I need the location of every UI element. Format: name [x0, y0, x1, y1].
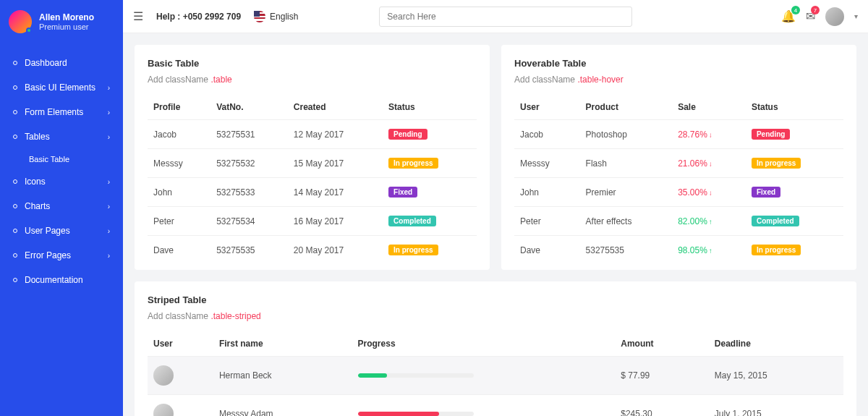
progress-bar: [358, 412, 474, 416]
search-box: [379, 7, 632, 27]
nav-label: Basic UI Elements: [25, 82, 95, 93]
col-header: Status: [746, 95, 843, 120]
col-header: VatNo.: [210, 95, 288, 120]
circle-icon: [13, 229, 17, 233]
sale-value: 28.76%↓: [678, 130, 712, 140]
flag-icon: [254, 11, 265, 22]
card-title: Striped Table: [148, 294, 843, 305]
nav-item-form-elements[interactable]: Form Elements›: [0, 100, 123, 124]
col-header: Progress: [352, 331, 616, 357]
profile-block[interactable]: Allen Moreno Premium user: [0, 0, 123, 43]
sale-value: 82.00%↑: [678, 216, 712, 226]
chevron-right-icon: ›: [108, 109, 110, 116]
circle-icon: [13, 253, 17, 258]
nav-label: Dashboard: [25, 58, 67, 68]
card-subtitle: Add className .table-hover: [514, 75, 843, 85]
user-avatar: [153, 365, 174, 386]
sale-value: 98.05%↑: [678, 245, 712, 255]
col-header: Status: [383, 95, 477, 120]
status-badge: In progress: [752, 158, 801, 169]
nav-sub-basic-table[interactable]: Basic Table: [0, 149, 123, 169]
language-select[interactable]: English: [254, 11, 298, 22]
nav-label: User Pages: [25, 226, 70, 236]
chevron-down-icon[interactable]: ▾: [854, 12, 858, 20]
arrow-down-icon: ↓: [709, 189, 712, 197]
circle-icon: [13, 61, 17, 65]
search-input[interactable]: [379, 7, 632, 27]
mail-icon[interactable]: ✉7: [806, 9, 815, 23]
table-row[interactable]: Dave5327553598.05%↑In progress: [514, 236, 843, 265]
top-avatar[interactable]: [825, 7, 844, 26]
circle-icon: [13, 110, 17, 114]
table-row: Jacob5327553112 May 2017Pending: [148, 120, 477, 149]
circle-icon: [13, 85, 17, 90]
sidebar: Allen Moreno Premium user DashboardBasic…: [0, 0, 123, 416]
table-row: Messsy5327553215 May 2017In progress: [148, 149, 477, 178]
striped-table-card: Striped Table Add className .table-strip…: [135, 281, 856, 416]
table-row: Peter5327553416 May 2017Completed: [148, 207, 477, 236]
card-title: Hoverable Table: [514, 58, 843, 69]
arrow-down-icon: ↓: [709, 131, 712, 139]
status-badge: Completed: [388, 216, 436, 226]
status-badge: In progress: [388, 158, 438, 169]
circle-icon: [13, 278, 17, 282]
nav-item-error-pages[interactable]: Error Pages›: [0, 243, 123, 268]
chevron-right-icon: ›: [108, 227, 110, 235]
nav-label: Charts: [25, 201, 50, 211]
chevron-right-icon: ›: [108, 84, 110, 92]
progress-bar: [358, 373, 474, 378]
status-badge: Pending: [752, 129, 790, 140]
nav-item-charts[interactable]: Charts›: [0, 194, 123, 218]
nav-label: Tables: [25, 132, 50, 142]
circle-icon: [13, 135, 17, 139]
nav-item-basic-ui-elements[interactable]: Basic UI Elements›: [0, 75, 123, 100]
nav: DashboardBasic UI Elements›Form Elements…: [0, 43, 123, 300]
circle-icon: [13, 179, 17, 184]
help-text: Help : +050 2992 709: [156, 12, 241, 22]
bell-badge: 4: [791, 6, 800, 14]
menu-icon[interactable]: ☰: [133, 9, 143, 23]
basic-table-card: Basic Table Add className .table Profile…: [135, 45, 490, 270]
nav-item-icons[interactable]: Icons›: [0, 169, 123, 194]
status-dot-icon: [26, 27, 32, 33]
table-row: John5327553314 May 2017Fixed: [148, 178, 477, 207]
card-subtitle: Add className .table-striped: [148, 311, 843, 321]
status-badge: Pending: [388, 129, 427, 140]
table-row: Herman Beck$ 77.99May 15, 2015: [148, 357, 843, 395]
topbar: ☰ Help : +050 2992 709 English 🔔4 ✉7 ▾: [123, 0, 868, 33]
circle-icon: [13, 204, 17, 208]
nav-label: Form Elements: [25, 107, 83, 117]
status-badge: Fixed: [752, 187, 780, 198]
table-row[interactable]: MesssyFlash21.06%↓In progress: [514, 149, 843, 178]
nav-item-tables[interactable]: Tables›: [0, 124, 123, 149]
nav-item-dashboard[interactable]: Dashboard: [0, 51, 123, 75]
nav-label: Documentation: [25, 275, 83, 285]
status-badge: Fixed: [388, 187, 417, 198]
striped-table: UserFirst nameProgressAmountDeadline Her…: [148, 331, 843, 416]
nav-item-user-pages[interactable]: User Pages›: [0, 218, 123, 243]
avatar: [9, 10, 32, 33]
status-badge: In progress: [752, 245, 801, 255]
hover-table: UserProductSaleStatus JacobPhotoshop28.7…: [514, 95, 843, 264]
arrow-up-icon: ↑: [709, 247, 712, 255]
table-row[interactable]: JohnPremier35.00%↓Fixed: [514, 178, 843, 207]
status-badge: Completed: [752, 216, 799, 226]
chevron-right-icon: ›: [108, 133, 110, 141]
sale-value: 35.00%↓: [678, 187, 712, 198]
nav-label: Error Pages: [25, 250, 71, 260]
table-row[interactable]: PeterAfter effects82.00%↑Completed: [514, 207, 843, 236]
col-header: Deadline: [709, 331, 843, 357]
table-row[interactable]: JacobPhotoshop28.76%↓Pending: [514, 120, 843, 149]
profile-name: Allen Moreno: [39, 12, 94, 22]
col-header: Product: [580, 95, 673, 120]
col-header: Profile: [148, 95, 210, 120]
arrow-up-icon: ↑: [709, 218, 712, 226]
col-header: Created: [288, 95, 383, 120]
hover-table-card: Hoverable Table Add className .table-hov…: [501, 45, 856, 270]
bell-icon[interactable]: 🔔4: [781, 9, 796, 23]
chevron-right-icon: ›: [108, 203, 110, 211]
card-title: Basic Table: [148, 58, 477, 69]
col-header: User: [514, 95, 580, 120]
basic-table: ProfileVatNo.CreatedStatus Jacob53275531…: [148, 95, 477, 264]
nav-item-documentation[interactable]: Documentation: [0, 268, 123, 292]
